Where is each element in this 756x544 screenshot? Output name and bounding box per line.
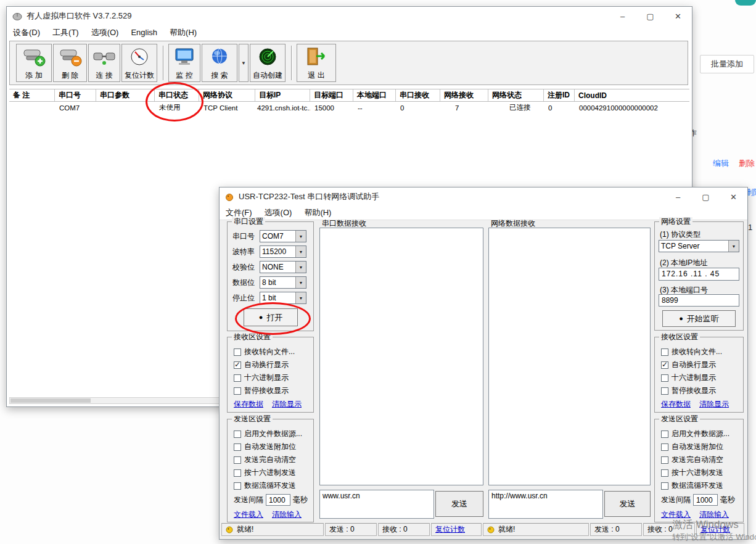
load-file-link[interactable]: 文件载入	[234, 509, 263, 520]
checkbox-auto-newline[interactable]: ✓	[661, 361, 668, 369]
chevron-down-icon[interactable]: ▼	[728, 241, 739, 252]
clear-input-link[interactable]: 清除输入	[699, 509, 729, 520]
record-dot-icon: ●	[679, 315, 683, 322]
checkbox-clear-after-send[interactable]	[661, 456, 668, 464]
checkbox-file-source[interactable]	[234, 431, 241, 438]
network-send-button[interactable]: 发送	[604, 491, 651, 517]
table-row[interactable]: COM7 未使用 TCP Client 4291.cnsh.iot-tc... …	[9, 102, 689, 113]
serial-send-button[interactable]: 发送	[435, 491, 483, 517]
minimize-button[interactable]: –	[609, 7, 636, 25]
checkbox-file-source[interactable]	[661, 431, 668, 438]
search-button[interactable]: 搜 索	[202, 44, 237, 82]
checkbox-label: 发送完自动清空	[672, 455, 723, 465]
interval-label: 发送间隔	[234, 495, 263, 505]
vcom-titlebar[interactable]: 有人虚拟串口软件 V3.7.2.529 – ▢ ✕	[7, 7, 692, 26]
menu-english[interactable]: English	[125, 26, 163, 39]
cell-protocol: TCP Client	[199, 104, 255, 112]
checkbox-pause-recv[interactable]	[234, 387, 241, 395]
scrollbar-thumb[interactable]	[10, 398, 91, 403]
check-icon: ✓	[662, 361, 668, 368]
save-data-link[interactable]: 保存数据	[234, 399, 263, 410]
maximize-button[interactable]: ▢	[636, 7, 664, 25]
network-receive-area[interactable]	[488, 228, 651, 485]
checkbox-hex-display[interactable]	[234, 374, 241, 382]
checkbox-label: 启用文件数据源...	[244, 429, 302, 439]
close-button[interactable]: ✕	[720, 188, 747, 206]
load-file-link[interactable]: 文件载入	[661, 509, 691, 520]
reset-count-button[interactable]: 复位计数	[121, 44, 157, 82]
serial-send-input[interactable]: www.usr.cn	[319, 490, 434, 519]
com-port-select[interactable]: COM7 ▼	[260, 230, 306, 242]
checkbox-auto-append[interactable]	[234, 443, 241, 451]
menu-help[interactable]: 帮助(H)	[163, 25, 203, 40]
edit-link[interactable]: 编辑	[713, 158, 729, 169]
search-globe-icon	[208, 46, 231, 69]
test-titlebar[interactable]: USR-TCP232-Test 串口转网络调试助手 – ▢ ✕	[220, 188, 747, 207]
databits-select[interactable]: 8 bit ▼	[260, 276, 306, 289]
local-port-input[interactable]: 8899	[659, 294, 739, 307]
network-recv-count: 接收 : 0	[643, 523, 695, 536]
clear-input-link[interactable]: 清除输入	[272, 509, 302, 520]
checkbox-loop-send[interactable]	[234, 482, 241, 490]
col-target-ip: 目标IP	[255, 89, 310, 101]
open-serial-button[interactable]: ● 打开	[244, 308, 298, 326]
checkbox-auto-append[interactable]	[661, 443, 668, 451]
close-button[interactable]: ✕	[664, 7, 692, 25]
checkbox-recv-to-file[interactable]	[234, 348, 241, 356]
parity-select[interactable]: NONE ▼	[260, 261, 306, 273]
reset-count-icon	[128, 46, 151, 69]
recv-settings-group-network: 接收区设置 接收转向文件... ✓自动换行显示 十六进制显示 暂停接收显示 保存…	[654, 337, 744, 413]
chevron-down-icon[interactable]: ▼	[295, 231, 306, 242]
add-button[interactable]: 添 加	[16, 44, 52, 82]
reset-count-link-network[interactable]: 复位计数	[701, 524, 730, 535]
network-send-input[interactable]: http://www.usr.cn	[488, 490, 603, 519]
checkbox-hex-send[interactable]	[661, 469, 668, 477]
checkbox-loop-send[interactable]	[661, 482, 668, 490]
interval-input[interactable]: 1000	[693, 494, 718, 506]
baud-select[interactable]: 115200 ▼	[260, 245, 306, 258]
monitor-button[interactable]: 监 控	[168, 44, 200, 82]
checkbox-hex-send[interactable]	[234, 469, 241, 477]
exit-button[interactable]: 退 出	[297, 44, 336, 82]
save-data-link[interactable]: 保存数据	[661, 399, 691, 410]
interval-input[interactable]: 1000	[266, 494, 290, 506]
menu-options[interactable]: 选项(O)	[85, 25, 125, 40]
checkbox-hex-display[interactable]	[661, 374, 668, 382]
auto-create-button[interactable]: 自动创建	[250, 44, 286, 82]
baud-label: 波特率	[232, 247, 260, 257]
protocol-select[interactable]: TCP Server ▼	[659, 240, 739, 252]
search-dropdown-arrow[interactable]: ▼	[239, 44, 249, 82]
batch-add-button[interactable]: 批量添加	[700, 55, 754, 73]
menu-device[interactable]: 设备(D)	[7, 25, 46, 40]
local-ip-label: (2) 本地IP地址	[660, 258, 707, 268]
connect-button[interactable]: 连 接	[88, 44, 120, 82]
reset-count-link-serial[interactable]: 复位计数	[435, 524, 465, 535]
checkbox-auto-newline[interactable]: ✓	[234, 361, 241, 369]
maximize-button[interactable]: ▢	[692, 188, 720, 206]
col-serial-recv: 串口接收	[396, 89, 440, 101]
group-title: 接收区设置	[659, 332, 700, 341]
minimize-button[interactable]: –	[664, 188, 692, 206]
clear-display-link[interactable]: 清除显示	[272, 399, 302, 410]
clear-display-link[interactable]: 清除显示	[699, 399, 729, 410]
stopbits-select[interactable]: 1 bit ▼	[260, 292, 306, 304]
cell-reg-id: 0	[544, 104, 575, 112]
local-ip-input[interactable]: 172.16 .11 . 45	[659, 268, 739, 281]
start-listen-button[interactable]: ● 开始监听	[662, 310, 736, 327]
checkbox-recv-to-file[interactable]	[661, 348, 668, 356]
chevron-down-icon[interactable]: ▼	[295, 246, 306, 257]
chevron-down-icon[interactable]: ▼	[295, 277, 306, 288]
send-button-label: 发送	[620, 498, 636, 509]
delete-label: 删 除	[62, 72, 78, 80]
checkbox-clear-after-send[interactable]	[234, 456, 241, 464]
auto-create-label: 自动创建	[253, 72, 282, 80]
delete-link[interactable]: 删除	[739, 158, 755, 169]
chevron-down-icon[interactable]: ▼	[295, 292, 306, 303]
chevron-down-icon[interactable]: ▼	[295, 262, 306, 273]
checkbox-pause-recv[interactable]	[661, 387, 668, 395]
menu-tools[interactable]: 工具(T)	[46, 25, 85, 40]
delete-button[interactable]: 删 除	[53, 44, 87, 82]
serial-reset-cell: 复位计数	[431, 523, 482, 536]
col-local-port: 本地端口	[353, 89, 396, 101]
serial-receive-area[interactable]	[319, 228, 483, 485]
